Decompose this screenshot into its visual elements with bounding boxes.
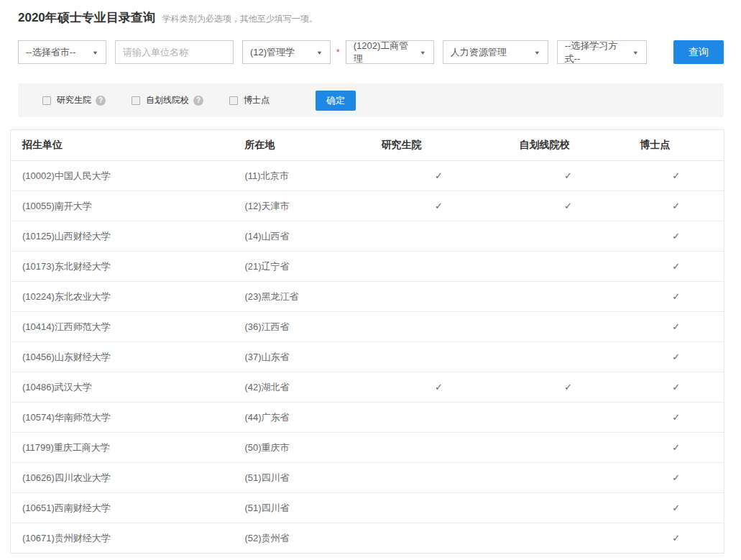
confirm-button[interactable]: 确定 [316,91,356,111]
unit-cell: (10671)贵州财经大学 [11,523,234,554]
province-select-value: --选择省市-- [26,46,75,59]
category-select-value: (12)管理学 [250,46,295,59]
page-header: 2020年硕士专业目录查询 学科类别为必选项，其他至少填写一项。 [18,9,724,26]
table-row: (10125)山西财经大学(14)山西省✓ [11,221,724,252]
self-line-check-icon: ✓ [508,161,629,191]
results-table-wrap: 招生单位 所在地 研究生院 自划线院校 博士点 (10002)中国人民大学(11… [10,129,741,554]
graduate-school-empty-cell [370,312,508,342]
filter-bar: --选择省市-- ▼ (12)管理学 ▼ * (1202)工商管理 ▼ 人力资源… [18,40,724,64]
graduate-school-empty-cell [370,463,508,493]
required-asterisk: * [336,47,340,58]
column-header-graduate-school: 研究生院 [370,130,508,161]
self-line-checkbox[interactable] [132,96,140,105]
major-select[interactable]: 人力资源管理 ▼ [443,40,548,64]
unit-cell: (10414)江西师范大学 [11,312,234,342]
unit-cell: (10486)武汉大学 [11,372,234,403]
unit-cell: (10002)中国人民大学 [11,161,234,191]
study-mode-select-value: --选择学习方式-- [565,40,628,65]
location-cell: (23)黑龙江省 [234,282,370,312]
location-cell: (14)山西省 [234,221,370,252]
self-line-empty-cell [508,403,629,433]
doctoral-checkbox[interactable] [229,96,238,105]
checkbox-doctoral[interactable]: 博士点 [229,94,274,106]
graduate-school-check-icon: ✓ [370,191,508,221]
self-line-empty-cell [508,493,629,523]
location-cell: (21)辽宁省 [234,252,370,282]
table-row: (10414)江西师范大学(36)江西省✓ [11,312,724,342]
graduate-school-empty-cell [370,282,508,312]
chevron-down-icon: ▼ [92,49,98,55]
graduate-school-checkbox[interactable] [42,96,51,105]
doctoral-check-icon: ✓ [629,191,724,221]
table-row: (10671)贵州财经大学(52)贵州省✓ [11,523,724,554]
search-button[interactable]: 查询 [673,40,724,64]
location-cell: (44)广东省 [234,403,370,433]
graduate-school-check-icon: ✓ [370,161,508,191]
major-select-value: 人力资源管理 [451,46,507,59]
graduate-school-empty-cell [370,342,508,372]
checkbox-graduate-school[interactable]: 研究生院 ? [42,94,106,106]
location-cell: (51)四川省 [234,463,370,493]
unit-cell: (10574)华南师范大学 [11,403,234,433]
column-header-location: 所在地 [234,130,370,161]
doctoral-check-icon: ✓ [629,312,724,342]
doctoral-check-icon: ✓ [629,463,724,493]
location-cell: (36)江西省 [234,312,370,342]
location-cell: (50)重庆市 [234,433,370,463]
help-icon[interactable]: ? [96,96,106,106]
chevron-down-icon: ▼ [420,49,426,55]
self-line-check-icon: ✓ [508,191,629,221]
doctoral-check-icon: ✓ [629,252,724,282]
graduate-school-empty-cell [370,433,508,463]
graduate-school-empty-cell [370,403,508,433]
unit-cell: (10626)四川农业大学 [11,463,234,493]
column-header-self-line: 自划线院校 [508,130,629,161]
table-row: (10055)南开大学(12)天津市✓✓✓ [11,191,724,221]
unit-cell: (10125)山西财经大学 [11,221,234,252]
table-row: (10456)山东财经大学(37)山东省✓ [11,342,724,372]
self-line-empty-cell [508,221,629,252]
table-row: (11799)重庆工商大学(50)重庆市✓ [11,433,724,463]
discipline-select[interactable]: (1202)工商管理 ▼ [346,40,434,64]
location-cell: (52)贵州省 [234,523,370,554]
doctoral-check-icon: ✓ [629,221,724,252]
unit-name-input[interactable] [115,40,234,64]
unit-cell: (10651)西南财经大学 [11,493,234,523]
discipline-select-value: (1202)工商管理 [354,40,415,65]
location-cell: (37)山东省 [234,342,370,372]
graduate-school-empty-cell [370,493,508,523]
table-row: (10002)中国人民大学(11)北京市✓✓✓ [11,161,724,191]
chevron-down-icon: ▼ [632,49,639,55]
checkbox-label: 自划线院校 [146,94,189,106]
category-select[interactable]: (12)管理学 ▼ [242,40,331,64]
unit-cell: (10055)南开大学 [11,191,234,221]
doctoral-check-icon: ✓ [629,433,724,463]
help-icon[interactable]: ? [193,96,203,106]
location-cell: (42)湖北省 [234,372,370,403]
graduate-school-empty-cell [370,523,508,554]
doctoral-check-icon: ✓ [629,372,724,403]
unit-cell: (10456)山东财经大学 [11,342,234,372]
options-bar: 研究生院 ? 自划线院校 ? 博士点 确定 [18,83,724,117]
doctoral-check-icon: ✓ [629,282,724,312]
table-row: (10486)武汉大学(42)湖北省✓✓✓ [11,372,724,403]
self-line-empty-cell [508,463,629,493]
unit-cell: (11799)重庆工商大学 [11,433,234,463]
graduate-school-check-icon: ✓ [370,372,508,403]
self-line-empty-cell [508,523,629,554]
checkbox-self-line[interactable]: 自划线院校 ? [132,94,203,106]
unit-cell: (10173)东北财经大学 [11,252,234,282]
graduate-school-empty-cell [370,221,508,252]
province-select[interactable]: --选择省市-- ▼ [18,40,106,64]
checkbox-label: 研究生院 [57,94,91,106]
study-mode-select[interactable]: --选择学习方式-- ▼ [557,40,647,64]
chevron-down-icon: ▼ [534,49,540,55]
location-cell: (51)四川省 [234,493,370,523]
self-line-check-icon: ✓ [508,372,629,403]
page-subtitle: 学科类别为必选项，其他至少填写一项。 [162,13,318,25]
unit-cell: (10224)东北农业大学 [11,282,234,312]
doctoral-check-icon: ✓ [629,523,724,554]
doctoral-check-icon: ✓ [629,493,724,523]
self-line-empty-cell [508,312,629,342]
table-row: (10224)东北农业大学(23)黑龙江省✓ [11,282,724,312]
